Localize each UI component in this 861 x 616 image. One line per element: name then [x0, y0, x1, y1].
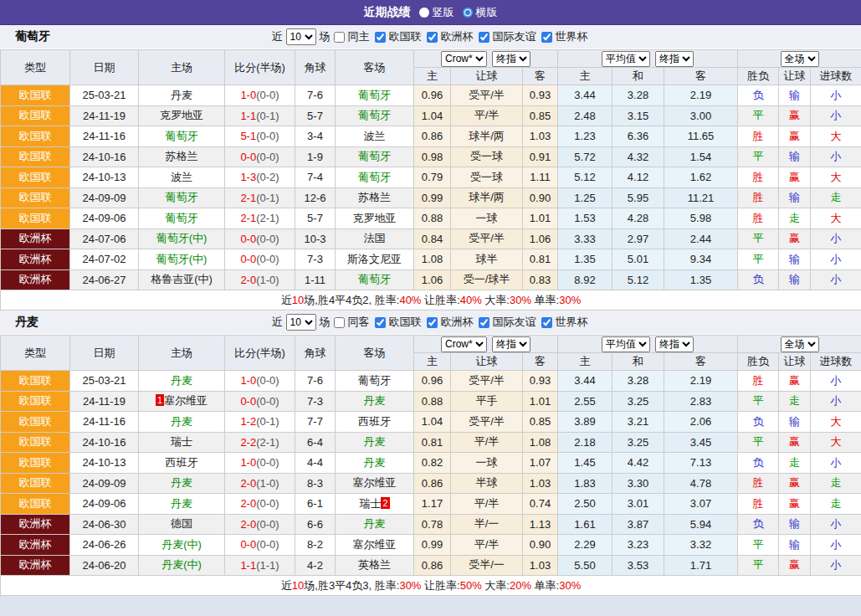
avg-draw-odds: 4.42	[612, 453, 664, 474]
col-header-0: 类型	[1, 336, 70, 371]
date-cell: 24-06-27	[70, 270, 139, 290]
team-section-0: 葡萄牙近10场同主欧国联欧洲杯国际友谊世界杯类型日期主场比分(半场)角球客场Cr…	[0, 25, 861, 311]
odds-group-header: Crow*终指	[414, 50, 558, 68]
summary-text-segment: 30%	[559, 294, 581, 306]
summary-text-segment: 近	[281, 294, 292, 306]
avg-away-odds: 2.06	[664, 412, 738, 433]
fulltime-score: 1-0	[240, 456, 256, 469]
average-select[interactable]: 平均值	[602, 51, 650, 67]
league-checkbox-1[interactable]	[427, 317, 438, 328]
avg-stage-select[interactable]: 终指	[655, 336, 694, 352]
avg-home-odds: 2.29	[558, 535, 612, 556]
date-cell: 24-09-06	[70, 208, 139, 229]
home-team-cell: 丹麦(中)	[139, 555, 225, 576]
result-group-header: 全场	[738, 336, 861, 353]
competition-type-cell: 欧洲杯	[1, 535, 70, 556]
avg-home-odds: 2.18	[558, 432, 612, 453]
fulltime-score: 2-1	[240, 212, 256, 224]
odds-stage-select[interactable]: 终指	[492, 51, 530, 67]
result-handicap: 输	[779, 535, 811, 556]
result-sub-header-0: 胜负	[738, 68, 779, 85]
avg-home-odds: 1.25	[558, 187, 612, 208]
average-select[interactable]: 平均值	[602, 336, 650, 352]
result-goals: 小	[811, 105, 861, 126]
league-checkbox-2[interactable]	[479, 317, 489, 328]
league-label-1: 欧洲杯	[441, 315, 474, 330]
result-goals: 大	[811, 208, 861, 229]
same-venue-checkbox[interactable]	[334, 317, 345, 328]
same-venue-checkbox[interactable]	[334, 32, 345, 43]
odds-sub-header-1: 让球	[451, 68, 523, 85]
competition-type-cell: 欧国联	[1, 494, 70, 515]
league-checkbox-0[interactable]	[375, 317, 386, 328]
home-team-name: 丹麦	[171, 497, 192, 510]
avg-away-odds: 2.44	[664, 228, 738, 249]
odds-sub-header-0: 主	[414, 68, 451, 85]
home-team-name: 丹麦	[171, 476, 192, 489]
match-count-select[interactable]: 10	[286, 28, 316, 45]
league-label-2: 国际友谊	[493, 29, 536, 44]
result-outcome: 胜	[738, 494, 779, 515]
league-checkbox-1[interactable]	[427, 32, 438, 43]
handicap-line: 受一球	[451, 146, 523, 167]
result-outcome: 负	[738, 85, 779, 106]
handicap-home-odds: 1.17	[414, 494, 451, 515]
away-team-cell: 葡萄牙	[336, 105, 414, 126]
league-checkbox-0[interactable]	[375, 32, 386, 43]
date-cell: 24-09-09	[70, 187, 139, 208]
handicap-home-odds: 1.04	[414, 105, 451, 126]
home-team-cell: 葡萄牙(中)	[139, 249, 225, 270]
count-suffix-label: 场	[320, 315, 331, 330]
handicap-line: 球半/两	[451, 187, 523, 208]
odds-stage-select[interactable]: 终指	[492, 336, 530, 352]
league-checkbox-2[interactable]	[479, 32, 489, 43]
corner-cell: 4-4	[295, 453, 336, 474]
handicap-home-odds: 0.78	[414, 514, 451, 535]
fulltime-score: 0-0	[240, 538, 256, 551]
handicap-line: 受一/球半	[451, 270, 523, 290]
league-checkbox-3[interactable]	[541, 32, 552, 43]
scope-select[interactable]: 全场	[781, 336, 819, 352]
handicap-line: 一球	[451, 208, 523, 229]
horizontal-radio[interactable]	[463, 8, 473, 18]
home-team-name: 丹麦	[171, 374, 192, 387]
handicap-line: 半/一	[451, 514, 523, 535]
halftime-score: (0-0)	[256, 395, 279, 408]
match-count-select[interactable]: 10	[286, 314, 316, 331]
vertical-radio[interactable]	[419, 8, 429, 18]
result-goals: 走	[811, 187, 861, 208]
avg-sub-header-0: 主	[558, 353, 612, 371]
date-cell: 24-10-13	[70, 167, 139, 188]
avg-group-header: 平均值终指	[558, 50, 738, 68]
result-outcome: 胜	[738, 187, 779, 208]
date-cell: 25-03-21	[70, 371, 139, 392]
avg-home-odds: 3.44	[558, 85, 612, 106]
result-goals: 大	[811, 126, 861, 147]
handicap-home-odds: 0.88	[414, 208, 451, 229]
avg-stage-select[interactable]: 终指	[655, 51, 694, 67]
away-team-name: 苏格兰	[358, 191, 391, 203]
league-checkbox-3[interactable]	[541, 317, 552, 328]
result-handicap: 输	[779, 412, 811, 433]
bookmaker-select[interactable]: Crow*	[441, 336, 487, 352]
handicap-line: 受平/半	[451, 412, 523, 433]
handicap-away-odds: 0.93	[523, 371, 558, 392]
handicap-line: 受一球	[451, 167, 523, 188]
col-header-5: 客场	[336, 50, 414, 85]
layout-option-vertical[interactable]: 竖版	[419, 5, 454, 20]
avg-draw-odds: 3.30	[612, 473, 664, 494]
scope-select[interactable]: 全场	[781, 51, 819, 67]
bookmaker-select[interactable]: Crow*	[441, 51, 487, 67]
corner-cell: 4-2	[295, 555, 336, 576]
page-title: 近期战绩	[364, 5, 411, 20]
summary-text-segment: 单率:	[531, 579, 559, 592]
avg-away-odds: 7.13	[664, 453, 738, 474]
summary-text-segment: 20%	[510, 579, 531, 592]
layout-option-horizontal[interactable]: 横版	[463, 5, 498, 20]
halftime-score: (0-0)	[256, 151, 279, 163]
result-handicap: 输	[779, 270, 811, 290]
summary-text-segment: 30%	[559, 579, 581, 592]
competition-type-cell: 欧国联	[1, 167, 70, 188]
match-row: 欧国联24-10-13波兰1-3(0-2)7-4葡萄牙0.79受一球1.115.…	[1, 167, 861, 188]
avg-home-odds: 2.50	[558, 494, 612, 515]
